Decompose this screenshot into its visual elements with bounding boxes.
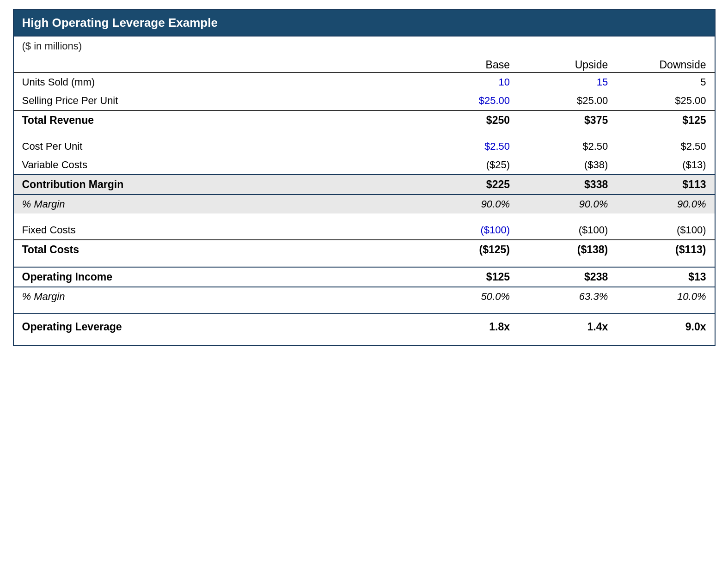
selling-price-upside: $25.00 <box>518 91 616 110</box>
operating-income-label: Operating Income <box>14 267 420 287</box>
pct-margin2-row: % Margin 50.0% 63.3% 10.0% <box>14 287 715 306</box>
selling-price-label: Selling Price Per Unit <box>14 91 420 110</box>
pct-margin2-base: 50.0% <box>420 287 518 306</box>
contribution-margin-downside: $113 <box>616 175 714 195</box>
pct-margin1-base: 90.0% <box>420 195 518 213</box>
pct-margin2-downside: 10.0% <box>616 287 714 306</box>
selling-price-row: Selling Price Per Unit $25.00 $25.00 $25… <box>14 91 715 110</box>
total-revenue-row: Total Revenue $250 $375 $125 <box>14 110 715 130</box>
units-sold-downside: 5 <box>616 73 714 91</box>
total-revenue-upside: $375 <box>518 110 616 130</box>
cost-per-unit-base: $2.50 <box>420 137 518 156</box>
cost-per-unit-upside: $2.50 <box>518 137 616 156</box>
fixed-costs-row: Fixed Costs ($100) ($100) ($100) <box>14 221 715 240</box>
units-sold-upside: 15 <box>518 73 616 91</box>
contribution-margin-row: Contribution Margin $225 $338 $113 <box>14 175 715 195</box>
col-header-upside: Upside <box>518 54 616 73</box>
pct-margin1-upside: 90.0% <box>518 195 616 213</box>
variable-costs-upside: ($38) <box>518 156 616 175</box>
operating-leverage-upside: 1.4x <box>518 314 616 340</box>
total-costs-upside: ($138) <box>518 240 616 259</box>
pct-margin2-upside: 63.3% <box>518 287 616 306</box>
cost-per-unit-label: Cost Per Unit <box>14 137 420 156</box>
selling-price-downside: $25.00 <box>616 91 714 110</box>
total-revenue-label: Total Revenue <box>14 110 420 130</box>
total-costs-row: Total Costs ($125) ($138) ($113) <box>14 240 715 259</box>
fixed-costs-base: ($100) <box>420 221 518 240</box>
total-costs-label: Total Costs <box>14 240 420 259</box>
contribution-margin-base: $225 <box>420 175 518 195</box>
spacer5 <box>14 340 715 345</box>
spacer4 <box>14 306 715 314</box>
total-costs-downside: ($113) <box>616 240 714 259</box>
spacer2 <box>14 213 715 221</box>
operating-leverage-base: 1.8x <box>420 314 518 340</box>
spacer3 <box>14 259 715 267</box>
pct-margin2-label: % Margin <box>14 287 420 306</box>
pct-margin1-downside: 90.0% <box>616 195 714 213</box>
operating-income-base: $125 <box>420 267 518 287</box>
cost-per-unit-downside: $2.50 <box>616 137 714 156</box>
contribution-margin-upside: $338 <box>518 175 616 195</box>
variable-costs-downside: ($13) <box>616 156 714 175</box>
table-title: High Operating Leverage Example <box>13 9 716 37</box>
total-costs-base: ($125) <box>420 240 518 259</box>
operating-leverage-label: Operating Leverage <box>14 314 420 340</box>
variable-costs-base: ($25) <box>420 156 518 175</box>
total-revenue-downside: $125 <box>616 110 714 130</box>
total-revenue-base: $250 <box>420 110 518 130</box>
selling-price-base: $25.00 <box>420 91 518 110</box>
pct-margin1-row: % Margin 90.0% 90.0% 90.0% <box>14 195 715 213</box>
units-sold-base: 10 <box>420 73 518 91</box>
fixed-costs-upside: ($100) <box>518 221 616 240</box>
variable-costs-label: Variable Costs <box>14 156 420 175</box>
operating-income-downside: $13 <box>616 267 714 287</box>
cost-per-unit-row: Cost Per Unit $2.50 $2.50 $2.50 <box>14 137 715 156</box>
fixed-costs-label: Fixed Costs <box>14 221 420 240</box>
subtitle: ($ in millions) <box>14 37 715 54</box>
column-headers: Base Upside Downside <box>14 54 715 73</box>
variable-costs-row: Variable Costs ($25) ($38) ($13) <box>14 156 715 175</box>
units-sold-row: Units Sold (mm) 10 15 5 <box>14 73 715 91</box>
col-header-label <box>14 54 420 73</box>
contribution-margin-label: Contribution Margin <box>14 175 420 195</box>
operating-income-upside: $238 <box>518 267 616 287</box>
subtitle-row: ($ in millions) <box>14 37 715 54</box>
fixed-costs-downside: ($100) <box>616 221 714 240</box>
operating-leverage-downside: 9.0x <box>616 314 714 340</box>
col-header-downside: Downside <box>616 54 714 73</box>
pct-margin1-label: % Margin <box>14 195 420 213</box>
col-header-base: Base <box>420 54 518 73</box>
spacer1 <box>14 130 715 137</box>
units-sold-label: Units Sold (mm) <box>14 73 420 91</box>
operating-income-row: Operating Income $125 $238 $13 <box>14 267 715 287</box>
operating-leverage-row: Operating Leverage 1.8x 1.4x 9.0x <box>14 314 715 340</box>
